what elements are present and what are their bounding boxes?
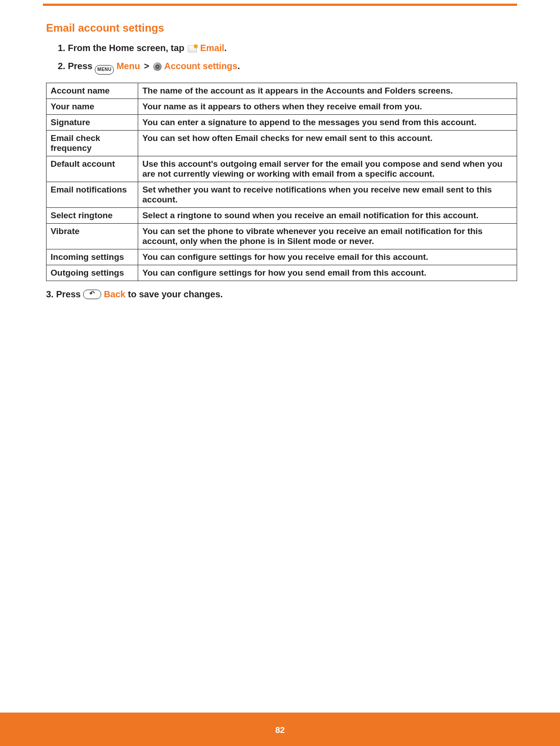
account-settings-accent: Account settings xyxy=(164,61,237,71)
setting-key: Select ringtone xyxy=(47,208,138,224)
step-text: From the Home screen, tap xyxy=(68,43,187,53)
step-3: 3. Press Back to save your changes. xyxy=(46,289,517,300)
step-number: 1. xyxy=(58,43,65,53)
step-number: 2. xyxy=(58,61,65,71)
table-row: Default accountUse this account's outgoi… xyxy=(47,156,517,182)
gear-icon xyxy=(153,62,162,71)
step-tail: to save your changes. xyxy=(126,289,223,299)
table-row: Email notificationsSet whether you want … xyxy=(47,182,517,208)
setting-value: You can configure settings for how you s… xyxy=(138,265,517,281)
email-accent: Email xyxy=(200,43,224,53)
breadcrumb-separator: > xyxy=(143,61,151,71)
setting-value: Your name as it appears to others when t… xyxy=(138,99,517,115)
step-number: 3. xyxy=(46,289,54,299)
setting-key: Outgoing settings xyxy=(47,265,138,281)
page-number: 82 xyxy=(0,725,560,735)
table-row: VibrateYou can set the phone to vibrate … xyxy=(47,224,517,249)
setting-value: Set whether you want to receive notifica… xyxy=(138,182,517,208)
back-accent: Back xyxy=(104,289,126,299)
setting-value: Select a ringtone to sound when you rece… xyxy=(138,208,517,224)
table-row: Account nameThe name of the account as i… xyxy=(47,83,517,99)
setting-key: Your name xyxy=(47,99,138,115)
step-text: Press xyxy=(68,61,95,71)
table-row: SignatureYou can enter a signature to ap… xyxy=(47,115,517,131)
table-row: Select ringtoneSelect a ringtone to soun… xyxy=(47,208,517,224)
table-row: Email check frequencyYou can set how oft… xyxy=(47,131,517,156)
setting-value: You can enter a signature to append to t… xyxy=(138,115,517,131)
table-row: Your nameYour name as it appears to othe… xyxy=(47,99,517,115)
step-period: . xyxy=(238,61,240,71)
setting-key: Vibrate xyxy=(47,224,138,249)
setting-key: Email notifications xyxy=(47,182,138,208)
table-row: Outgoing settingsYou can configure setti… xyxy=(47,265,517,281)
setting-value: You can set how often Email checks for n… xyxy=(138,131,517,156)
menu-button-icon: MENU xyxy=(95,65,114,75)
email-icon xyxy=(188,45,197,52)
settings-table: Account nameThe name of the account as i… xyxy=(46,83,517,281)
setting-value: You can set the phone to vibrate wheneve… xyxy=(138,224,517,249)
back-button-icon xyxy=(83,290,101,299)
setting-key: Signature xyxy=(47,115,138,131)
table-row: Incoming settingsYou can configure setti… xyxy=(47,249,517,265)
setting-value: You can configure settings for how you r… xyxy=(138,249,517,265)
setting-key: Incoming settings xyxy=(47,249,138,265)
page-content: Email account settings 1. From the Home … xyxy=(46,22,517,300)
setting-key: Email check frequency xyxy=(47,131,138,156)
menu-accent: Menu xyxy=(117,61,140,71)
setting-key: Account name xyxy=(47,83,138,99)
section-heading: Email account settings xyxy=(46,22,517,34)
setting-value: The name of the account as it appears in… xyxy=(138,83,517,99)
step-1: 1. From the Home screen, tap Email. xyxy=(58,41,517,55)
top-accent-bar xyxy=(43,4,517,6)
setting-key: Default account xyxy=(47,156,138,182)
setting-value: Use this account's outgoing email server… xyxy=(138,156,517,182)
page-footer: 82 xyxy=(0,713,560,746)
steps-list: 1. From the Home screen, tap Email. 2. P… xyxy=(46,41,517,75)
step-text: Press xyxy=(56,289,83,299)
step-period: . xyxy=(224,43,227,53)
step-2: 2. Press MENU Menu > Account settings. xyxy=(58,59,517,75)
